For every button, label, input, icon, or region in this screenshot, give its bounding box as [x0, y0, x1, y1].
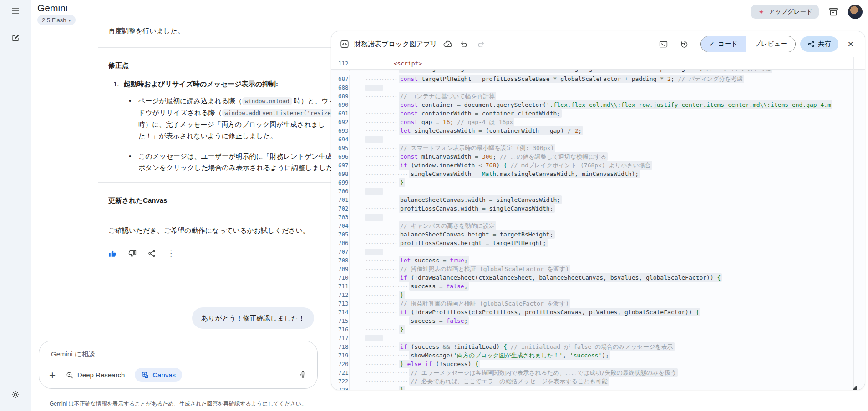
thumb-up-button[interactable] [108, 249, 117, 258]
share-label: 共有 [818, 40, 831, 48]
redo-button[interactable] [472, 36, 489, 52]
mic-button[interactable] [299, 371, 307, 379]
line-number: 699 [331, 178, 350, 187]
line-number: 703 [331, 213, 350, 221]
upgrade-button[interactable]: アップグレード [751, 5, 819, 19]
list-item: 1. 起動時およびリサイズ時のメッセージ表示の抑制: ページが最初に読み込まれる… [113, 78, 348, 173]
code-line-content: ············const minCanvasWidth = 300; … [360, 152, 608, 161]
sidebar [0, 0, 31, 411]
code-line-content: ············// キャンバスの高さを動的に設定 [360, 221, 496, 230]
canvas-header: 財務諸表ブロック図アプリ ✓ コード プレビュー [331, 31, 865, 57]
line-number: 715 [331, 316, 350, 325]
share-response-button[interactable] [147, 249, 156, 258]
code-line-content: ············profitLossCanvas.width = sin… [360, 204, 555, 213]
code-line: 689············// コンテナに基づいて幅を再計算 [331, 92, 865, 100]
code-line: 690············const container = documen… [331, 100, 865, 109]
tab-code[interactable]: ✓ コード [701, 36, 746, 52]
upgrade-label: アップグレード [769, 8, 812, 16]
code-line-content: ············balanceSheetCanvas.width = s… [360, 195, 562, 204]
code-line-content: ············} [360, 386, 405, 390]
line-number: 698 [331, 170, 350, 178]
code-line: 723············} [331, 386, 865, 390]
line-number: 697 [331, 161, 350, 170]
code-line: 722················// 必要であれば、ここでエラーの総括メッ… [331, 377, 865, 386]
share-button[interactable]: 共有 [800, 36, 838, 52]
line-number: 112 [331, 60, 350, 67]
code-line: 688 [331, 83, 865, 92]
code-line: 691············const containerWidth = co… [331, 109, 865, 118]
canvas-panel: 財務諸表ブロック図アプリ ✓ コード プレビュー [331, 31, 865, 390]
tab-preview-label: プレビュー [754, 40, 787, 48]
code-line-content: ············if (window.innerWidth < 768)… [360, 161, 652, 170]
add-attachment-button[interactable]: + [49, 371, 56, 380]
tab-preview[interactable]: プレビュー [746, 36, 795, 52]
scrollbar-track[interactable] [853, 57, 861, 390]
view-toggle: ✓ コード プレビュー [700, 36, 796, 52]
archive-icon[interactable] [828, 6, 839, 17]
settings-button[interactable] [6, 386, 25, 404]
bullet-item: ページが最初に読み込まれる際（window.onload 時）と、ウィンドウがリ… [126, 95, 344, 141]
spark-icon [757, 8, 765, 16]
line-number: 708 [331, 256, 350, 265]
code-editor[interactable]: 112 <script> ············const targetBsH… [331, 57, 865, 390]
list-item-number: 1. [113, 78, 119, 90]
code-line-content: ················// エラーメッセージは各描画関数内で表示される… [360, 368, 678, 377]
resize-handle[interactable] [853, 386, 857, 390]
code-line-content: ············const gap = 16; // gap-4 は 1… [360, 118, 514, 126]
code-line-content: ············let singleCanvasWidth = (con… [360, 126, 583, 135]
input-toolbar: + Deep Research Canvas [49, 368, 307, 382]
code-line: 695············// スマートフォン表示時の最小幅を設定 (例: … [331, 144, 865, 152]
code-line-content: ············if (!drawBalanceSheet(ctxBal… [360, 273, 722, 282]
code-line-content: ············// 損益計算書の描画と検証 (globalScaleF… [360, 299, 570, 308]
close-icon[interactable]: ✕ [843, 37, 858, 52]
new-chat-button[interactable] [6, 29, 25, 47]
code-line-content: ················success = false; [360, 282, 469, 291]
more-options-button[interactable]: ⋮ [167, 248, 175, 259]
prompt-input[interactable]: Gemini に相談 + Deep Research Canvas [39, 341, 318, 389]
console-icon[interactable] [655, 36, 671, 52]
edit-square-icon [11, 34, 20, 43]
code-line-content: ············profitLossCanvas.height = ta… [360, 239, 548, 247]
code-line: 719················showMessage('両方のブロック図… [331, 351, 865, 360]
code-line: ············const targetBsHeight = balan… [331, 70, 865, 75]
line-number: 717 [331, 334, 350, 342]
line-number: 692 [331, 118, 350, 126]
deep-research-icon [66, 371, 74, 379]
code-line: 698················singleCanvasWidth = M… [331, 170, 865, 178]
canvas-button[interactable]: Canvas [135, 368, 182, 382]
deep-research-button[interactable]: Deep Research [62, 368, 128, 382]
undo-button[interactable] [456, 36, 472, 52]
code-line: 709············// 貸借対照表の描画と検証 (globalSca… [331, 265, 865, 273]
code-line-content: ············const containerWidth = conta… [360, 109, 562, 118]
line-number: 691 [331, 109, 350, 118]
user-avatar[interactable] [848, 5, 863, 19]
code-line: 687············const targetPlHeight = pr… [331, 75, 865, 83]
code-line: 717 [331, 334, 865, 342]
menu-button[interactable] [6, 2, 25, 20]
canvas-title: 財務諸表ブロック図アプリ [354, 40, 437, 49]
check-icon: ✓ [709, 40, 715, 48]
line-number: 714 [331, 308, 350, 316]
code-line-content: ············const targetBsHeight = balan… [360, 70, 772, 71]
code-line-content: ················singleCanvasWidth = Math… [360, 170, 640, 178]
share-icon [807, 40, 815, 48]
code-file-icon [340, 39, 350, 49]
code-line: 718············if (success && !initialLo… [331, 342, 865, 351]
line-number: 690 [331, 100, 350, 109]
code-lines: ············const targetBsHeight = balan… [331, 70, 865, 390]
divider [98, 47, 348, 48]
code-line: 715················success = false; [331, 316, 865, 325]
line-number [331, 70, 350, 71]
line-number: 716 [331, 325, 350, 334]
thumb-down-button[interactable] [128, 249, 137, 258]
code-line: 716············} [331, 325, 865, 334]
saved-status-icon[interactable] [440, 36, 456, 52]
code-line: 697············if (window.innerWidth < 7… [331, 161, 865, 170]
disclaimer-text: Gemini は不正確な情報を表示することがあるため、生成された回答を再確認する… [39, 400, 318, 408]
code-line-content: ············// スマートフォン表示時の最小幅を設定 (例: 300… [360, 144, 555, 152]
sticky-code-line: 112 <script> [331, 57, 865, 70]
code-line-content: ············const targetPlHeight = profi… [360, 75, 744, 83]
deep-research-label: Deep Research [77, 371, 125, 379]
code-line: 704············// キャンバスの高さを動的に設定 [331, 221, 865, 230]
history-icon[interactable] [676, 36, 692, 52]
